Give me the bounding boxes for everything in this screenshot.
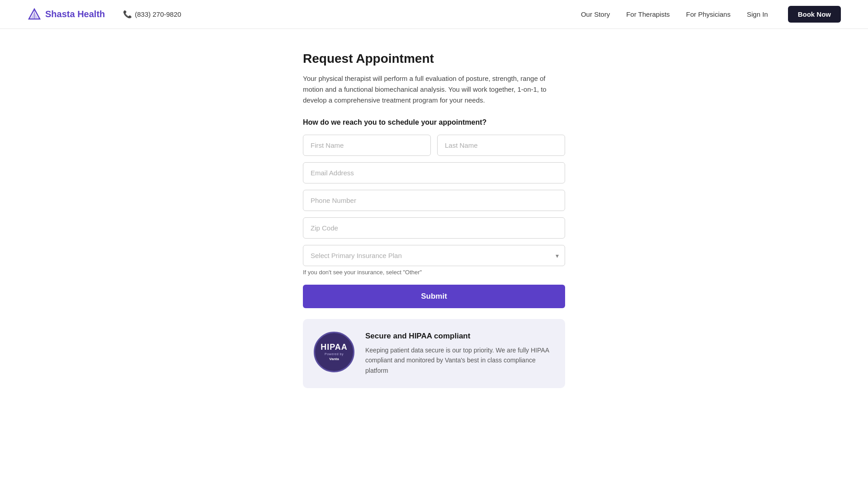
phone-input[interactable]	[303, 190, 565, 211]
insurance-hint: If you don't see your insurance, select …	[303, 269, 565, 276]
hipaa-badge-title: HIPAA	[321, 343, 348, 351]
form-question: How do we reach you to schedule your app…	[303, 118, 565, 127]
page-description: Your physical therapist will perform a f…	[303, 73, 565, 106]
form-container: Request Appointment Your physical therap…	[303, 52, 565, 388]
last-name-field	[437, 135, 565, 156]
logo-link[interactable]: Shasta Health	[27, 7, 105, 22]
phone-link[interactable]: 📞 (833) 270-9820	[123, 10, 181, 19]
last-name-input[interactable]	[437, 135, 565, 156]
logo-icon	[27, 7, 42, 22]
hipaa-badge: HIPAA Powered by Vanta	[314, 332, 354, 372]
first-name-field	[303, 135, 431, 156]
insurance-select[interactable]: Select Primary Insurance Plan Aetna Blue…	[303, 245, 565, 266]
email-input[interactable]	[303, 162, 565, 183]
nav-links: Our Story For Therapists For Physicians …	[581, 6, 841, 23]
hipaa-description: Keeping patient data secure is our top p…	[365, 345, 552, 375]
phone-number: (833) 270-9820	[135, 10, 181, 18]
nav-for-therapists[interactable]: For Therapists	[626, 10, 670, 18]
submit-button[interactable]: Submit	[303, 285, 565, 308]
first-name-input[interactable]	[303, 135, 431, 156]
main-content: Request Appointment Your physical therap…	[0, 29, 868, 415]
hipaa-title: Secure and HIPAA compliant	[365, 332, 552, 341]
insurance-select-wrapper: Select Primary Insurance Plan Aetna Blue…	[303, 245, 565, 266]
nav-sign-in[interactable]: Sign In	[747, 10, 768, 18]
logo-text: Shasta Health	[45, 9, 105, 19]
hipaa-badge-powered: Powered by	[325, 352, 344, 356]
navbar: Shasta Health 📞 (833) 270-9820 Our Story…	[0, 0, 868, 29]
book-now-button[interactable]: Book Now	[788, 6, 841, 23]
hipaa-badge-brand: Vanta	[329, 357, 339, 361]
hipaa-content: Secure and HIPAA compliant Keeping patie…	[365, 332, 552, 375]
nav-our-story[interactable]: Our Story	[581, 10, 610, 18]
nav-for-physicians[interactable]: For Physicians	[686, 10, 731, 18]
name-row	[303, 135, 565, 156]
phone-icon: 📞	[123, 10, 132, 19]
zip-input[interactable]	[303, 217, 565, 239]
page-title: Request Appointment	[303, 52, 565, 66]
hipaa-card: HIPAA Powered by Vanta Secure and HIPAA …	[303, 319, 565, 388]
